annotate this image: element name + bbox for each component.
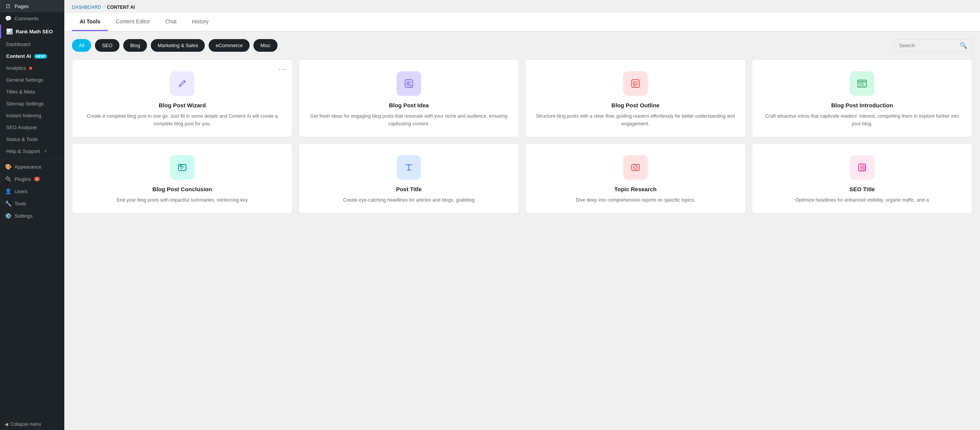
card-title: SEO Title	[849, 186, 875, 192]
collapse-icon: ◀	[5, 422, 8, 427]
search-icon: 🔍	[960, 42, 967, 49]
card-blog-post-introduction[interactable]: Blog Post Introduction Craft attractive …	[752, 59, 972, 137]
new-badge: New!	[34, 54, 47, 59]
divider	[0, 159, 64, 159]
sidebar-item-rank-math[interactable]: 📊 Rank Math SEO	[0, 25, 64, 38]
card-title: Post Title	[396, 186, 421, 192]
tools-icon: 🔧	[5, 200, 11, 207]
comments-icon: 💬	[5, 15, 11, 21]
card-icon-post-title	[397, 155, 421, 180]
card-icon-blog-post-introduction	[850, 71, 874, 96]
card-desc: Dive deep into comprehensive reports on …	[576, 196, 696, 204]
filter-blog[interactable]: Blog	[123, 39, 147, 52]
sidebar-item-seo-analyzer[interactable]: SEO Analyzer	[5, 121, 60, 133]
external-link-icon: ↗	[44, 149, 47, 153]
sidebar-item-instant-indexing[interactable]: Instant Indexing	[5, 110, 60, 121]
cards-grid: ··· Blog Post Wizard Create a complete b…	[72, 59, 972, 213]
sidebar-item-pages[interactable]: 🗋 Pages	[0, 0, 64, 12]
sidebar-item-titles-meta[interactable]: Titles & Meta	[5, 86, 60, 98]
card-icon-seo-title	[850, 155, 874, 180]
card-title: Topic Research	[614, 186, 657, 192]
breadcrumb-separator: /	[103, 5, 105, 10]
breadcrumb-current: CONTENT AI	[107, 5, 135, 10]
card-icon-blog-post-wizard	[170, 71, 194, 96]
card-blog-post-wizard[interactable]: ··· Blog Post Wizard Create a complete b…	[72, 59, 292, 137]
svg-rect-2	[633, 82, 635, 84]
card-desc: Create eye-catching headlines for articl…	[343, 196, 474, 204]
plugins-badge: 1	[34, 177, 40, 181]
collapse-menu-button[interactable]: ◀ Collapse menu	[0, 419, 64, 430]
card-topic-research[interactable]: Topic Research Dive deep into comprehens…	[525, 143, 746, 213]
search-button[interactable]: 🔍	[960, 42, 967, 49]
svg-rect-6	[180, 165, 182, 167]
card-options-dots[interactable]: ···	[279, 65, 287, 73]
breadcrumb-dashboard[interactable]: DASHBOARD	[72, 5, 101, 10]
card-blog-post-conclusion[interactable]: Blog Post Conclusion End your blog posts…	[72, 143, 292, 213]
card-title: Blog Post Wizard	[158, 102, 206, 108]
pages-icon: 🗋	[5, 3, 11, 9]
analytics-dot	[29, 67, 32, 70]
filter-all[interactable]: All	[72, 39, 91, 52]
card-title: Blog Post Outline	[611, 102, 660, 108]
sidebar-item-tools[interactable]: 🔧 Tools	[0, 197, 64, 210]
card-desc: Structure blog posts with a clear flow, …	[535, 112, 736, 128]
card-blog-post-idea[interactable]: Blog Post Idea Get fresh ideas for engag…	[299, 59, 519, 137]
sidebar-item-settings[interactable]: ⚙️ Settings	[0, 210, 64, 222]
users-icon: 👤	[5, 188, 11, 194]
filter-ecommerce[interactable]: eCommerce	[209, 39, 250, 52]
sidebar-item-dashboard[interactable]: Dashboard	[5, 38, 60, 50]
svg-rect-5	[178, 164, 186, 171]
breadcrumb: DASHBOARD / CONTENT AI	[64, 0, 980, 13]
card-desc: End your blog posts with impactful summa…	[117, 196, 248, 204]
content-area: All SEO Blog Marketing & Sales eCommerce…	[64, 31, 980, 430]
card-title: Blog Post Introduction	[831, 102, 893, 108]
tab-chat[interactable]: Chat	[158, 13, 185, 31]
card-desc: Craft attractive intros that captivate r…	[761, 112, 963, 128]
appearance-icon: 🎨	[5, 164, 11, 170]
tab-ai-tools[interactable]: AI Tools	[72, 13, 108, 31]
sidebar-item-help-support[interactable]: Help & Support ↗	[5, 145, 60, 157]
card-desc: Optimize headlines for enhanced visibili…	[795, 196, 929, 204]
sidebar-item-status-tools[interactable]: Status & Tools	[5, 133, 60, 145]
card-post-title[interactable]: Post Title Create eye-catching headlines…	[299, 143, 519, 213]
filter-bar: All SEO Blog Marketing & Sales eCommerce…	[72, 39, 972, 52]
card-seo-title[interactable]: SEO Title Optimize headlines for enhance…	[752, 143, 972, 213]
sidebar-item-sitemap-settings[interactable]: Sitemap Settings	[5, 98, 60, 110]
card-desc: Get fresh ideas for engaging blog posts …	[308, 112, 510, 128]
sidebar-item-content-ai[interactable]: Content AI New!	[5, 50, 60, 62]
sidebar: 🗋 Pages 💬 Comments 📊 Rank Math SEO Dashb…	[0, 0, 64, 430]
tab-history[interactable]: History	[184, 13, 216, 31]
sidebar-item-analytics[interactable]: Analytics	[5, 62, 60, 74]
search-input[interactable]	[899, 43, 957, 48]
filter-seo[interactable]: SEO	[95, 39, 119, 52]
svg-rect-4	[858, 80, 866, 82]
card-icon-blog-post-outline	[623, 71, 648, 96]
tab-bar: AI Tools Content Editor Chat History	[64, 13, 980, 31]
sidebar-item-general-settings[interactable]: General Settings	[5, 74, 60, 86]
card-title: Blog Post Conclusion	[152, 186, 212, 192]
card-icon-blog-post-conclusion	[170, 155, 194, 180]
card-icon-blog-post-idea	[397, 71, 421, 96]
filter-misc[interactable]: Misc	[253, 39, 278, 52]
card-icon-topic-research	[623, 155, 648, 180]
svg-rect-10	[863, 166, 865, 170]
filter-marketing[interactable]: Marketing & Sales	[151, 39, 205, 52]
card-blog-post-outline[interactable]: Blog Post Outline Structure blog posts w…	[525, 59, 746, 137]
search-box: 🔍	[894, 39, 972, 52]
sidebar-item-comments[interactable]: 💬 Comments	[0, 12, 64, 25]
sidebar-item-plugins[interactable]: 🔌 Plugins 1	[0, 173, 64, 185]
sidebar-item-appearance[interactable]: 🎨 Appearance	[0, 161, 64, 173]
main-content: DASHBOARD / CONTENT AI AI Tools Content …	[64, 0, 980, 430]
card-desc: Create a complete blog post in one go. J…	[82, 112, 283, 128]
card-title: Blog Post Idea	[389, 102, 429, 108]
tab-content-editor[interactable]: Content Editor	[108, 13, 158, 31]
settings-icon: ⚙️	[5, 213, 11, 219]
plugins-icon: 🔌	[5, 176, 11, 182]
sidebar-item-users[interactable]: 👤 Users	[0, 185, 64, 197]
rank-math-icon: 📊	[6, 28, 13, 34]
